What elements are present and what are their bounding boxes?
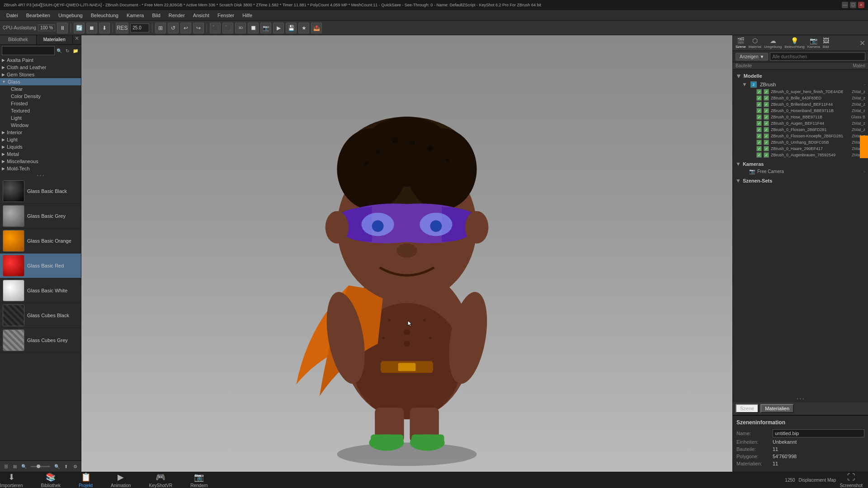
anzeigen-button[interactable]: Anzeigen ▼ (736, 53, 768, 61)
list-view-button[interactable]: ☰ (2, 462, 10, 470)
check-hose[interactable]: ✓ (756, 114, 762, 120)
scene-header-modelle[interactable]: ▼ Modelle (735, 71, 866, 80)
mat-item-glass-basic-orange[interactable]: Glass Basic Orange (0, 229, 81, 253)
menu-datei[interactable]: Datei (3, 12, 22, 19)
scene-item-augen[interactable]: ✓ ✓ ZBrush_0_Augen_BEF11F44 ZMat_z (749, 120, 866, 127)
fit-button[interactable]: ⊞ (155, 23, 166, 33)
tree-header-gem[interactable]: ▶ Gem Stones (0, 71, 81, 78)
tree-header-glass[interactable]: ▼ Glass (0, 78, 81, 85)
view4-button[interactable]: 🔲 (248, 23, 259, 33)
scene-item-flossen-knoepfe[interactable]: ✓ ✓ ZBrush_0_Flossen-Knoepfe_2B6FD281 ZM… (749, 133, 866, 139)
check2-haare[interactable]: ✓ (764, 146, 769, 151)
check-brille[interactable]: ✓ (756, 95, 762, 101)
menu-umgebung[interactable]: Umgebung (55, 12, 86, 19)
stop-button[interactable]: ⏹ (86, 23, 97, 33)
check2-flossen-knoepfe[interactable]: ✓ (764, 133, 769, 139)
scene-item-free-camera[interactable]: 📷 Free Camera - (742, 168, 866, 175)
tree-item-frosted[interactable]: Frosted (7, 100, 81, 107)
undo-button[interactable]: ↩ (180, 23, 191, 33)
menu-kamera[interactable]: Kamera (123, 12, 148, 19)
pause-button[interactable]: ⏸ (57, 23, 68, 33)
check-flossen[interactable]: ✓ (756, 127, 762, 132)
import-button[interactable]: ⬆ (62, 462, 70, 470)
info-input-name[interactable] (773, 429, 864, 437)
scene-item-flossen[interactable]: ✓ ✓ ZBrush_0_Flossen_2B6FD281 ZMat_z (749, 127, 866, 133)
camera-btn[interactable]: 📷 (260, 23, 271, 33)
tree-header-metal[interactable]: ▶ Metal (0, 150, 81, 158)
proj-tab-materialien[interactable]: Materialien (760, 404, 794, 413)
tree-header-moldtech[interactable]: ▶ Mold-Tech (0, 165, 81, 172)
check-haare[interactable]: ✓ (756, 146, 762, 151)
panel-close-button[interactable]: ✕ (73, 35, 81, 44)
check-umhang[interactable]: ✓ (756, 140, 762, 145)
viewport[interactable] (81, 35, 732, 472)
maximize-button[interactable]: ☐ (850, 2, 856, 8)
check2-hosenband[interactable]: ✓ (764, 108, 769, 113)
scene-item-brille[interactable]: ✓ ✓ ZBrush_0_Brille_643F83ED ZMat_z (749, 95, 866, 101)
mat-item-glass-cubes-grey[interactable]: Glass Cubes Grey (0, 328, 81, 353)
check2-umhang[interactable]: ✓ (764, 140, 769, 145)
tree-header-cloth[interactable]: ▶ Cloth and Leather (0, 64, 81, 71)
rp-icon-bild[interactable]: 🖼 Bild (823, 37, 829, 49)
menu-bearbeiten[interactable]: Bearbeiten (23, 12, 54, 19)
rp-icon-material[interactable]: ⬡ Material (749, 37, 761, 49)
zoom-input[interactable] (130, 23, 149, 33)
export-btn[interactable]: 📤 (311, 23, 322, 33)
proj-tab-szene[interactable]: Szene (736, 404, 759, 413)
tree-header-misc[interactable]: ▶ Miscellaneous (0, 158, 81, 165)
menu-ansicht[interactable]: Ansicht (189, 12, 213, 19)
check2-augen[interactable]: ✓ (764, 121, 769, 126)
scene-item-haare[interactable]: ✓ ✓ ZBrush_0_Haare_290EF417 ZMat_z (749, 145, 866, 152)
check-superhero[interactable]: ✓ (756, 89, 762, 94)
tree-header-axalta[interactable]: ▶ Axalta Paint (0, 56, 81, 64)
zoom-out-button[interactable]: 🔍 (20, 462, 28, 470)
check-augenbrauen[interactable]: ✓ (756, 152, 762, 158)
scene-item-hose[interactable]: ✓ ✓ ZBrush_0_Hose_BBE9711B Glass B (749, 114, 866, 120)
grid-view-button[interactable]: ⊞ (11, 462, 19, 470)
mat-item-glass-basic-black[interactable]: Glass Basic Black (0, 179, 81, 204)
scene-header-szenensets[interactable]: ▼ Szenen-Sets (735, 177, 866, 185)
rp-icon-umgebung[interactable]: ☁ Umgebung (764, 37, 782, 49)
check2-flossen[interactable]: ✓ (764, 127, 769, 132)
tab-materialien[interactable]: Materialien (37, 35, 73, 44)
star-btn[interactable]: ★ (298, 23, 309, 33)
tree-item-textured[interactable]: Textured (7, 107, 81, 114)
bottom-btn-screenshot[interactable]: ⛶ Screenshot (840, 473, 863, 488)
check2-augenbrauen[interactable]: ✓ (764, 152, 769, 158)
tree-item-light[interactable]: Light (7, 114, 81, 122)
menu-beleuchtung[interactable]: Beleuchtung (87, 12, 122, 19)
options-button[interactable]: ⚙ (71, 462, 79, 470)
down-button[interactable]: ⬇ (99, 23, 110, 33)
scene-item-hosenband[interactable]: ✓ ✓ ZBrush_0_Hosenband_BBE9711B ZMat_z (749, 108, 866, 114)
menu-hilfe[interactable]: Hilfe (239, 12, 256, 19)
refresh-icon[interactable]: ↻ (64, 47, 71, 54)
tree-item-window[interactable]: Window (7, 122, 81, 129)
view1-button[interactable]: ⬛ (210, 23, 221, 33)
folder-icon[interactable]: 📁 (72, 47, 79, 54)
view2-button[interactable]: ⬛ (222, 23, 233, 33)
redo-button[interactable]: ↪ (193, 23, 204, 33)
rp-icon-kamera[interactable]: 📷 Kamera (807, 37, 820, 49)
save-btn[interactable]: 💾 (286, 23, 297, 33)
tree-item-color-density[interactable]: Color Density (7, 93, 81, 100)
view3-button[interactable]: 3D (235, 23, 246, 33)
search-input[interactable] (2, 46, 55, 55)
scene-header-zbrush[interactable]: ▼ Z ZBrush - (740, 80, 866, 89)
scene-header-kameras[interactable]: ▼ Kameras (735, 160, 866, 168)
search-icon[interactable]: 🔍 (56, 47, 63, 54)
mat-item-glass-cubes-black[interactable]: Glass Cubes Black (0, 303, 81, 328)
scene-item-augenbrauen[interactable]: ✓ ✓ ZBrush_0_Augenbrauen_78592549 ZMat_z (749, 152, 866, 158)
menu-render[interactable]: Render (165, 12, 189, 19)
check2-brille[interactable]: ✓ (764, 95, 769, 101)
nav-button[interactable]: ↺ (168, 23, 179, 33)
mat-item-glass-basic-red[interactable]: Glass Basic Red (0, 253, 81, 278)
bottom-btn-keyshotvr[interactable]: 🎮 KeyShotVR (149, 472, 173, 488)
bottom-btn-importieren[interactable]: ⬇ Importieren (0, 472, 23, 488)
mat-item-glass-basic-grey[interactable]: Glass Basic Grey (0, 204, 81, 229)
window-controls[interactable]: — ☐ ✕ (842, 2, 864, 8)
zoom-in-button[interactable]: 🔍 (53, 462, 61, 470)
minimize-button[interactable]: — (842, 2, 848, 8)
sync-button[interactable]: 🔄 (74, 23, 85, 33)
check2-brillenband[interactable]: ✓ (764, 102, 769, 107)
check2-superhero[interactable]: ✓ (764, 89, 769, 94)
